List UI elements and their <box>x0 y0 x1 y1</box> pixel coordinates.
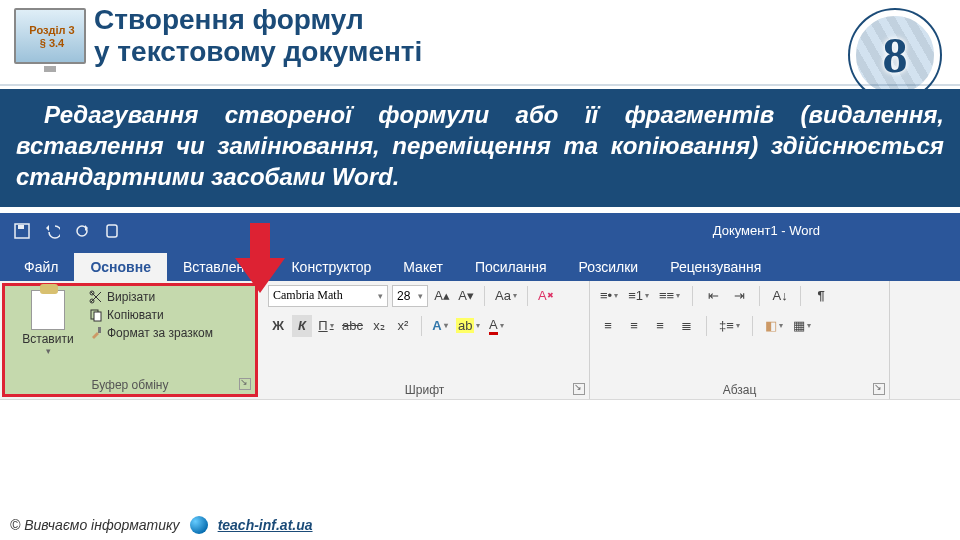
pilcrow-label: ¶ <box>818 288 825 303</box>
ribbon-tabs: Файл Основне Вставлення Конструктор Маке… <box>0 249 960 281</box>
numbering-button[interactable]: ≡1 <box>626 285 651 307</box>
shrink-font-button[interactable]: A▾ <box>456 285 476 307</box>
indent-decrease-icon: ⇤ <box>708 288 719 303</box>
grow-font-label: A▴ <box>434 288 450 303</box>
touch-mode-icon[interactable] <box>104 223 120 239</box>
group-font: Cambria Math ▾ 28 ▾ A▴ A▾ Aa A✖ Ж <box>260 281 590 399</box>
bullets-icon: ≡• <box>600 288 612 303</box>
text-effects-button[interactable]: A <box>430 315 450 337</box>
word-title-bar: Документ1 - Word <box>0 213 960 249</box>
indent-decrease-button[interactable]: ⇤ <box>703 285 723 307</box>
line-spacing-button[interactable]: ‡≡ <box>717 315 742 337</box>
slide-footer: © Вивчаємо інформатику teach-inf.at.ua <box>10 516 313 534</box>
bold-button[interactable]: Ж <box>268 315 288 337</box>
svg-rect-8 <box>94 312 101 321</box>
change-case-button[interactable]: Aa <box>493 285 519 307</box>
slide-header: Розділ 3 § 3.4 Створення формул у тексто… <box>0 0 960 85</box>
callout-arrow <box>230 223 290 293</box>
save-icon[interactable] <box>14 223 30 239</box>
sort-label: А↓ <box>773 288 788 303</box>
svg-rect-9 <box>98 327 101 333</box>
grow-font-button[interactable]: A▴ <box>432 285 452 307</box>
superscript-button[interactable]: x² <box>393 315 413 337</box>
scissors-icon <box>89 290 103 304</box>
font-color-label: A <box>489 317 498 335</box>
paragraph-launcher[interactable] <box>873 383 885 395</box>
description-bar: Редагування створеної формули або її фра… <box>0 89 960 207</box>
superscript-label: x² <box>398 318 409 333</box>
multilevel-icon: ≡≡ <box>659 288 674 303</box>
numbering-icon: ≡1 <box>628 288 643 303</box>
tab-references[interactable]: Посилання <box>459 253 563 281</box>
undo-icon[interactable] <box>44 223 60 239</box>
shading-button[interactable]: ◧ <box>763 315 785 337</box>
monitor-stand <box>44 66 56 72</box>
indent-increase-icon: ⇥ <box>734 288 745 303</box>
align-center-icon: ≡ <box>630 318 638 333</box>
tab-mailings[interactable]: Розсилки <box>563 253 655 281</box>
slide-title: Створення формул у текстовому документі <box>94 4 422 68</box>
format-painter-button[interactable]: Формат за зразком <box>89 326 213 340</box>
align-left-button[interactable]: ≡ <box>598 315 618 337</box>
monitor-graphic: Розділ 3 § 3.4 <box>14 8 86 78</box>
align-right-button[interactable]: ≡ <box>650 315 670 337</box>
pilcrow-button[interactable]: ¶ <box>811 285 831 307</box>
font-color-button[interactable]: A <box>486 315 506 337</box>
subscript-label: x₂ <box>373 318 385 333</box>
svg-marker-4 <box>235 223 285 293</box>
title-line2: у текстовому документі <box>94 36 422 67</box>
copy-icon <box>89 308 103 322</box>
copy-button[interactable]: Копіювати <box>89 308 213 322</box>
tab-file[interactable]: Файл <box>8 253 74 281</box>
clipboard-launcher[interactable] <box>239 378 251 390</box>
italic-label: К <box>298 318 306 333</box>
strike-label: abc <box>342 318 363 333</box>
brush-icon <box>89 326 103 340</box>
copy-label: Копіювати <box>107 308 164 322</box>
svg-rect-1 <box>18 225 24 229</box>
bold-label: Ж <box>272 318 284 333</box>
highlight-label: ab <box>456 318 474 333</box>
bullets-button[interactable]: ≡• <box>598 285 620 307</box>
align-justify-button[interactable]: ≣ <box>676 315 696 337</box>
grade-badge: 8 <box>850 10 940 100</box>
font-launcher[interactable] <box>573 383 585 395</box>
borders-button[interactable]: ▦ <box>791 315 813 337</box>
monitor-screen: Розділ 3 § 3.4 <box>14 8 86 64</box>
paste-button[interactable]: Вставити ▾ <box>13 290 83 356</box>
redo-icon[interactable] <box>74 223 90 239</box>
sort-button[interactable]: А↓ <box>770 285 790 307</box>
header-rule <box>0 84 960 86</box>
chapter-label: Розділ 3 § 3.4 <box>28 24 76 50</box>
clear-formatting-button[interactable]: A✖ <box>536 285 556 307</box>
format-painter-label: Формат за зразком <box>107 326 213 340</box>
copyright-text: © Вивчаємо інформатику <box>10 517 180 533</box>
word-screenshot: Документ1 - Word Файл Основне Вставлення… <box>0 213 960 400</box>
tab-review[interactable]: Рецензування <box>654 253 777 281</box>
align-center-button[interactable]: ≡ <box>624 315 644 337</box>
ribbon-body: Вставити ▾ Вирізати Копіювати <box>0 281 960 399</box>
text-effects-label: A <box>432 318 441 333</box>
multilevel-button[interactable]: ≡≡ <box>657 285 682 307</box>
grade-number: 8 <box>883 26 908 84</box>
quick-access-toolbar <box>0 223 120 239</box>
underline-label: П <box>318 318 327 333</box>
strike-button[interactable]: abc <box>340 315 365 337</box>
shrink-font-label: A▾ <box>458 288 474 303</box>
italic-button[interactable]: К <box>292 315 312 337</box>
paste-icon <box>31 290 65 330</box>
clipboard-group-title: Буфер обміну <box>13 376 247 392</box>
footer-link[interactable]: teach-inf.at.ua <box>218 517 313 533</box>
underline-button[interactable]: П <box>316 315 336 337</box>
tab-home[interactable]: Основне <box>74 253 167 281</box>
highlight-button[interactable]: ab <box>454 315 482 337</box>
globe-icon <box>190 516 208 534</box>
tab-design[interactable]: Конструктор <box>275 253 387 281</box>
subscript-button[interactable]: x₂ <box>369 315 389 337</box>
cut-button[interactable]: Вирізати <box>89 290 213 304</box>
borders-icon: ▦ <box>793 318 805 333</box>
font-size-combo[interactable]: 28 ▾ <box>392 285 428 307</box>
indent-increase-button[interactable]: ⇥ <box>729 285 749 307</box>
tab-layout[interactable]: Макет <box>387 253 459 281</box>
group-clipboard: Вставити ▾ Вирізати Копіювати <box>2 283 258 397</box>
